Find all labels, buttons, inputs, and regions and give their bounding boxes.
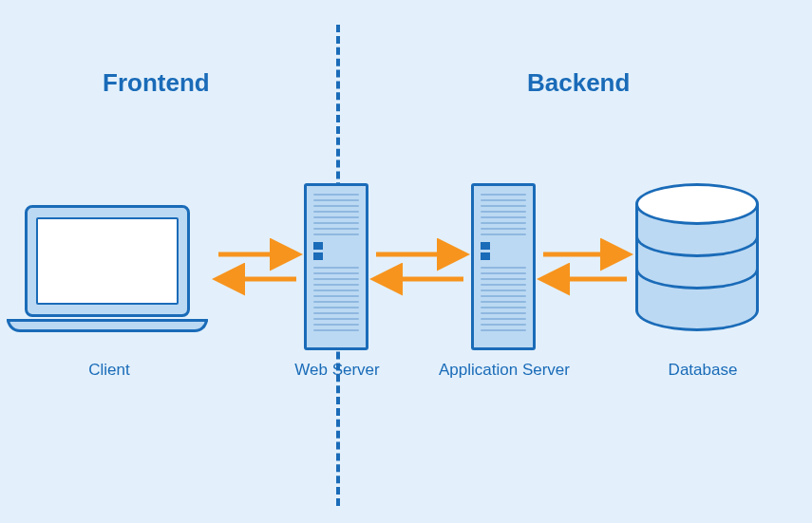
application-server-icon bbox=[471, 183, 536, 350]
database-label: Database bbox=[655, 361, 750, 380]
application-server-label: Application Server bbox=[431, 361, 577, 380]
backend-title: Backend bbox=[527, 68, 630, 98]
web-server-icon bbox=[304, 183, 368, 350]
client-label: Client bbox=[47, 361, 171, 380]
web-server-label: Web Server bbox=[285, 361, 389, 380]
client-icon bbox=[25, 205, 208, 332]
frontend-title: Frontend bbox=[103, 68, 210, 98]
database-icon bbox=[635, 183, 759, 331]
